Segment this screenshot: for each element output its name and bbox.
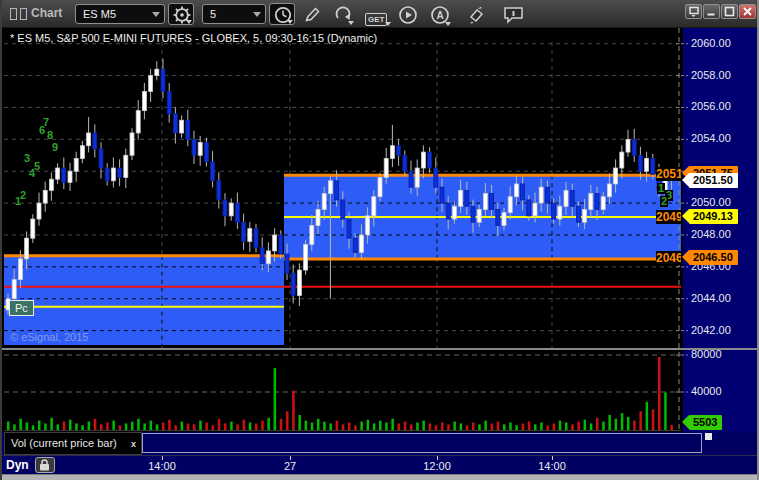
chevron-down-icon xyxy=(445,22,451,26)
interval-combo[interactable]: 5 xyxy=(202,4,266,24)
restore-window-button[interactable] xyxy=(685,4,702,19)
time-tick-label: 14:00 xyxy=(148,460,176,472)
bar-count-annotation: 3 xyxy=(24,153,30,164)
symbol-combo[interactable]: ES M5 xyxy=(75,4,165,24)
chart-window: Chart ES M5 5 xyxy=(0,0,759,480)
chart-panes-icon xyxy=(10,8,28,21)
lower-level-flag: 2046.50 xyxy=(689,250,738,265)
pane-resize-grip[interactable] xyxy=(705,433,712,440)
price-tick-label: 2048.00 xyxy=(691,228,731,240)
chevron-down-icon xyxy=(186,20,192,24)
esignal-watermark: © eSignal, 2015 xyxy=(10,331,88,343)
mid-level-value: 2049.13 xyxy=(693,210,733,222)
volume-flag-value: 5503 xyxy=(693,416,717,428)
mid-level-flag: 2049.13 xyxy=(689,209,738,224)
prior-close-tag: Pc xyxy=(9,300,34,316)
last-price-value: 2051.50 xyxy=(693,174,733,186)
chevron-down-icon xyxy=(253,12,261,17)
volume-tick-label: 80000 xyxy=(691,348,722,360)
bar-count-annotation: 2 xyxy=(660,196,668,207)
chevron-down-icon xyxy=(385,22,391,26)
price-tick-label: 2054.00 xyxy=(691,132,731,144)
volume-bars xyxy=(7,357,673,430)
chevron-down-icon xyxy=(287,20,293,24)
retrace-curve-button[interactable] xyxy=(334,5,354,23)
upper-level-left-label: 2051.75 xyxy=(656,167,681,181)
bar-count-annotation: 8 xyxy=(47,130,53,141)
symbol-settings-button[interactable] xyxy=(168,3,194,25)
pencil-icon xyxy=(302,5,322,25)
symbol-value: ES M5 xyxy=(83,8,116,20)
window-title: Chart xyxy=(31,6,62,20)
time-tick-label: 27 xyxy=(284,460,296,472)
note-button[interactable] xyxy=(502,5,522,23)
draw-pencil-button[interactable] xyxy=(302,5,322,23)
close-tab-icon[interactable]: x xyxy=(131,434,136,454)
get-data-button[interactable]: GET xyxy=(365,5,385,23)
chart-canvas[interactable] xyxy=(2,28,759,432)
price-tick-label: 2058.00 xyxy=(691,69,731,81)
time-template-button[interactable] xyxy=(269,3,295,25)
price-tick-label: 2056.00 xyxy=(691,100,731,112)
price-tick-label: 2042.00 xyxy=(691,324,731,336)
lower-level-left-label: 2046.50 xyxy=(656,251,681,265)
mid-level-left-label: 2049.13 xyxy=(656,210,681,224)
chart-heading: * ES M5, S&P 500 E-MINI FUTURES - GLOBEX… xyxy=(10,32,377,44)
chevron-down-icon xyxy=(152,12,160,17)
pane-tab-bar: Vol (current price bar) x xyxy=(2,432,759,455)
bar-count-annotation: 7 xyxy=(43,117,49,128)
volume-tick-label: 40000 xyxy=(691,385,722,397)
bar-count-annotation: 5 xyxy=(34,161,40,172)
price-tick-label: 2050.00 xyxy=(691,196,731,208)
play-icon xyxy=(398,5,418,25)
maximize-icon xyxy=(724,6,735,17)
svg-text:A: A xyxy=(436,10,443,21)
price-tick-label: 2044.00 xyxy=(691,292,731,304)
lower-level-value: 2046.50 xyxy=(693,251,733,263)
replay-button[interactable] xyxy=(398,5,418,23)
price-tick-label: 2060.00 xyxy=(691,37,731,49)
volume-tab-label: Vol (current price bar) xyxy=(11,437,117,449)
last-price-flag: 2051.50 xyxy=(689,173,738,188)
minimize-icon xyxy=(706,6,717,17)
volume-flag: 5503 xyxy=(689,415,722,430)
eraser-button[interactable] xyxy=(465,5,485,23)
speech-bubble-icon xyxy=(502,5,526,25)
eraser-icon xyxy=(465,5,487,25)
tab-strip-outline xyxy=(142,433,702,453)
window-bottom-frame xyxy=(2,474,759,480)
volume-pane-tab[interactable]: Vol (current price bar) x xyxy=(4,432,142,455)
chevron-down-icon xyxy=(348,21,354,25)
time-lock-button[interactable] xyxy=(35,457,55,473)
time-tick-label: 14:00 xyxy=(538,460,566,472)
padlock-icon xyxy=(36,458,54,472)
close-window-button[interactable] xyxy=(739,4,756,19)
interval-value: 5 xyxy=(210,8,216,20)
time-axis[interactable]: Dyn 14:002712:0014:00 xyxy=(2,455,759,474)
minimize-window-button[interactable] xyxy=(703,4,720,19)
bar-count-annotation: 2 xyxy=(20,190,26,201)
time-tick-label: 12:00 xyxy=(423,460,451,472)
maximize-window-button[interactable] xyxy=(721,4,738,19)
close-icon xyxy=(742,6,753,17)
bar-count-annotation: 1 xyxy=(657,183,665,194)
title-bar: Chart ES M5 5 xyxy=(2,0,757,28)
auto-scale-button[interactable]: A xyxy=(430,5,450,23)
bar-count-annotation: 9 xyxy=(52,142,58,153)
dyn-mode-label: Dyn xyxy=(6,458,29,472)
restore-icon xyxy=(688,6,699,17)
